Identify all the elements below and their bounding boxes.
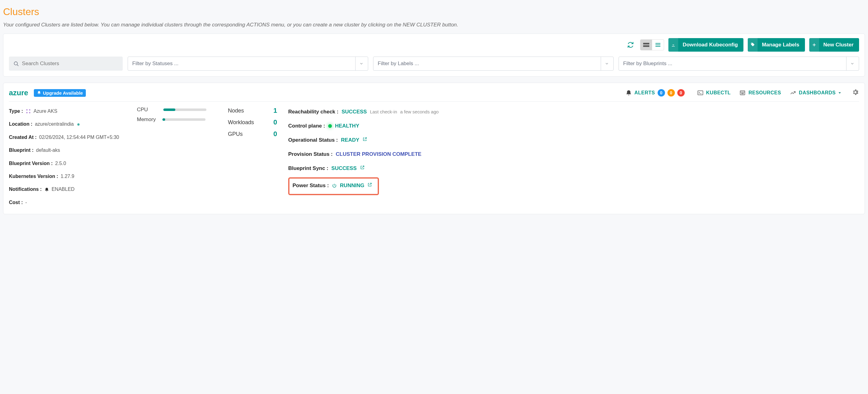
external-link-icon [362,137,367,142]
blueprint-sync-row: Blueprint Sync : SUCCESS [288,163,859,174]
created-label: Created At : [9,133,37,142]
blueprint-label: Blueprint : [9,146,33,155]
view-card-button[interactable] [641,40,652,50]
alerts-info-count[interactable]: 0 [658,89,665,97]
upgrade-badge-label: Upgrade Available [43,90,83,96]
reachability-value: SUCCESS [341,107,367,117]
cluster-settings-button[interactable] [852,89,859,97]
power-open-link[interactable] [367,180,372,191]
gpus-row: GPUs 0 [228,130,277,138]
blueprint-row: Blueprint : default-aks [9,146,126,155]
memory-meter-row: Memory [137,117,217,123]
location-value: azure/centralindia [35,120,73,129]
view-list-button[interactable] [652,40,664,50]
cluster-body: Type : Azure AKS Location : azure/centra… [9,107,859,207]
healthy-dot-icon [328,124,332,128]
filter-row: Filter by Statuses ... Filter by Labels … [9,57,859,71]
manage-labels-button[interactable]: Manage Labels [748,38,805,52]
page-title: Clusters [3,6,865,18]
workloads-value: 0 [274,118,277,126]
created-value: 02/26/2024, 12:54:44 PM GMT+5:30 [39,133,119,142]
power-status-row: Power Status : RUNNING [292,180,372,191]
resources-link[interactable]: RESOURCES [739,90,781,96]
blueprint-version-value: 2.5.0 [55,159,66,168]
resources-label: RESOURCES [748,90,781,96]
blueprint-sync-open-link[interactable] [360,163,365,174]
operational-row: Operational Status : READY [288,135,859,145]
refresh-button[interactable] [625,40,636,50]
alert-bell-icon [625,90,632,96]
info-column: Type : Azure AKS Location : azure/centra… [9,107,126,207]
download-kubeconfig-label: Download Kubeconfig [683,42,738,48]
svg-point-18 [29,109,30,111]
search-input[interactable] [22,61,118,67]
cost-value: - [25,198,27,207]
list-view-icon [655,42,661,47]
cpu-meter-row: CPU [137,107,217,113]
operational-label: Operational Status : [288,135,338,145]
filter-blueprints-select[interactable]: Filter by Blueprints ... [619,57,859,71]
operational-open-link[interactable] [362,135,367,145]
type-value: Azure AKS [33,107,57,116]
alerts-warn-count[interactable]: 0 [668,89,675,97]
gpus-value: 0 [274,130,277,138]
view-toggle [640,39,664,51]
bell-solid-icon [44,187,49,192]
svg-point-17 [26,109,28,111]
power-icon [332,183,337,188]
kubectl-label: KUBECTL [706,90,731,96]
blueprint-sync-value: SUCCESS [331,163,356,174]
cost-label: Cost : [9,198,23,207]
manage-labels-label: Manage Labels [762,42,799,48]
filter-status-select[interactable]: Filter by Statuses ... [128,57,368,71]
created-row: Created At : 02/26/2024, 12:54:44 PM GMT… [9,133,126,142]
cost-row: Cost : - [9,198,126,207]
cluster-card: azure Upgrade Available ALERTS 0 0 0 KUB… [3,83,865,214]
power-label: Power Status : [292,180,329,191]
last-checkin-label: Last check-in [370,107,397,117]
filter-labels-placeholder: Filter by Labels ... [378,61,419,67]
dashboards-link[interactable]: DASHBOARDS [789,90,841,96]
location-label: Location : [9,120,32,129]
trend-icon [789,90,796,96]
alerts-label: ALERTS [634,90,655,96]
plus-icon [809,38,819,52]
reachability-label: Reachability check : [288,107,338,117]
svg-line-9 [17,65,19,66]
upgrade-available-badge[interactable]: Upgrade Available [34,89,86,97]
blueprint-sync-label: Blueprint Sync : [288,163,328,174]
cpu-meter-fill [163,108,175,111]
memory-label: Memory [137,117,156,123]
filter-labels-select[interactable]: Filter by Labels ... [373,57,614,71]
search-clusters[interactable] [9,57,123,71]
status-column: Reachability check : SUCCESS Last check-… [288,107,859,195]
provision-value[interactable]: CLUSTER PROVISION COMPLETE [336,149,422,160]
gpus-label: GPUs [228,131,243,137]
control-plane-value: HEALTHY [335,121,359,131]
external-link-icon [360,165,365,170]
power-status-highlight: Power Status : RUNNING [288,177,379,195]
kubectl-link[interactable]: KUBECTL [697,90,731,96]
notifications-value: ENABLED [52,185,75,194]
download-kubeconfig-button[interactable]: Download Kubeconfig [669,38,743,52]
cpu-label: CPU [137,107,148,113]
new-cluster-button[interactable]: New Cluster [809,38,859,52]
svg-point-22 [78,124,79,125]
svg-rect-5 [672,46,675,46]
svg-point-20 [29,112,30,113]
alerts-error-count[interactable]: 0 [677,89,685,97]
nodes-row: Nodes 1 [228,107,277,114]
last-checkin-value: a few seconds ago [400,107,439,117]
memory-meter-fill [162,118,165,121]
tag-icon [748,38,757,52]
control-plane-label: Control plane : [288,121,325,131]
location-row: Location : azure/centralindia [9,120,126,129]
page-subtitle: Your configured Clusters are listed belo… [3,22,865,28]
cluster-header: azure Upgrade Available ALERTS 0 0 0 KUB… [9,89,859,102]
meters-column: CPU Memory [137,107,217,123]
memory-meter [162,118,206,121]
target-icon [76,122,81,127]
svg-marker-16 [839,92,841,93]
cluster-name-link[interactable]: azure [9,89,28,97]
terminal-icon [697,90,704,96]
